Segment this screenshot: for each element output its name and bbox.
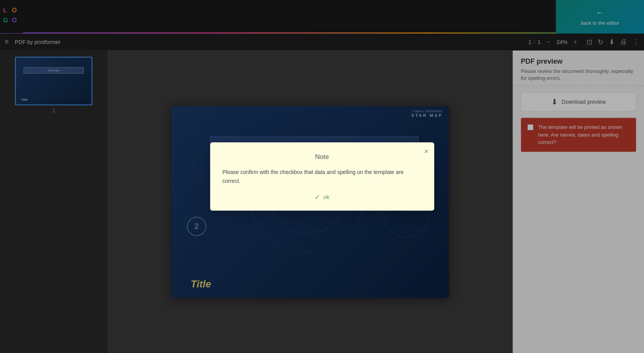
note-modal: × Note Please confirm with the checkbox … — [210, 142, 434, 211]
modal-body: Please confirm with the checkbox that da… — [223, 168, 422, 185]
modal-overlay: × Note Please confirm with the checkbox … — [0, 0, 644, 353]
modal-close-button[interactable]: × — [424, 147, 429, 156]
modal-title: Note — [223, 153, 422, 161]
check-icon: ✓ — [314, 193, 320, 201]
modal-ok-label: ok — [323, 194, 330, 200]
modal-ok-button[interactable]: ✓ ok — [223, 193, 422, 201]
